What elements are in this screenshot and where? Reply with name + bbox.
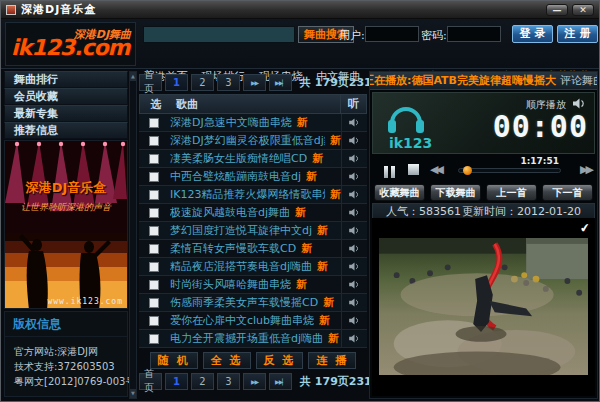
listen-button[interactable] <box>341 204 367 221</box>
song-title[interactable]: 爱你在心扉中文club舞曲串烧 <box>170 313 314 328</box>
select-all-button[interactable]: 全 选 <box>203 352 251 369</box>
song-title[interactable]: 极速旋风越鼓电音dj舞曲 <box>170 205 290 220</box>
page-first-button[interactable]: 首页 <box>139 373 162 390</box>
song-checkbox[interactable] <box>149 136 159 146</box>
stop-button[interactable] <box>408 164 419 175</box>
song-checkbox[interactable] <box>149 190 159 200</box>
login-button[interactable]: 登 录 <box>512 25 553 43</box>
register-button[interactable]: 注 册 <box>557 25 598 43</box>
page-first-button[interactable]: 首页 <box>139 74 162 91</box>
previous-button[interactable]: 上一首 <box>486 184 537 201</box>
listen-button[interactable] <box>341 276 367 293</box>
minimize-button[interactable]: — <box>546 4 568 16</box>
listen-button[interactable] <box>341 186 367 203</box>
progress-knob[interactable] <box>463 166 472 175</box>
favorite-button[interactable]: 收藏舞曲 <box>374 184 425 201</box>
listen-button[interactable] <box>341 150 367 167</box>
password-field[interactable] <box>447 26 501 42</box>
listen-button[interactable] <box>341 114 367 131</box>
page-1-button[interactable]: 1 <box>165 373 188 390</box>
listen-button[interactable] <box>341 222 367 239</box>
user-label: 用户: <box>339 28 365 43</box>
song-title[interactable]: 伤感雨季柔美女声车载慢摇CD <box>170 295 318 310</box>
song-checkbox[interactable] <box>149 154 159 164</box>
speaker-icon <box>349 118 360 127</box>
page-3-button[interactable]: 3 <box>217 373 240 390</box>
listen-button[interactable] <box>341 312 367 329</box>
close-button[interactable]: ✕ <box>572 4 594 16</box>
sidebar-item-1[interactable]: 舞曲排行 <box>4 71 128 88</box>
song-checkbox[interactable] <box>149 280 159 290</box>
download-button[interactable]: 下载舞曲 <box>430 184 481 201</box>
search-input[interactable] <box>143 26 295 43</box>
listen-button[interactable] <box>341 330 367 347</box>
listen-button[interactable] <box>341 294 367 311</box>
new-badge: 新 <box>312 151 323 166</box>
new-badge: 新 <box>323 295 334 310</box>
song-title[interactable]: 梦幻国度打造悦耳旋律中文dj <box>170 223 312 238</box>
sidebar-item-3[interactable]: 最新专集 <box>4 105 128 122</box>
song-checkbox[interactable] <box>149 172 159 182</box>
song-title[interactable]: 电力全开震撼开场重低音dj嗨曲 <box>170 331 323 346</box>
listen-button[interactable] <box>341 258 367 275</box>
speaker-icon <box>349 280 360 289</box>
play-all-button[interactable]: 连 播 <box>308 352 356 369</box>
now-playing-suffix[interactable]: 评论舞曲 <box>560 73 597 88</box>
song-checkbox[interactable] <box>149 262 159 272</box>
list-actions: 随 机全 选反 选连 播 <box>139 350 367 370</box>
progress-slider[interactable] <box>458 168 561 173</box>
volume-icon[interactable] <box>573 98 586 109</box>
song-title[interactable]: 深港DJ急速中文嗨曲串烧 <box>170 115 292 130</box>
listen-button[interactable] <box>341 132 367 149</box>
sidebar-scrollbar[interactable]: ▲ ▼ <box>129 71 137 399</box>
popularity-value: 583561 <box>419 205 461 218</box>
listen-button[interactable] <box>341 168 367 185</box>
username-field[interactable] <box>365 26 419 42</box>
song-title[interactable]: 精品夜店混搭节奏电音dj嗨曲 <box>170 259 312 274</box>
page-1-button[interactable]: 1 <box>165 74 188 91</box>
sidebar-item-2[interactable]: 会员收藏 <box>4 88 128 105</box>
column-listen: 听 <box>340 95 366 113</box>
sidebar-item-4[interactable]: 推荐信息 <box>4 122 128 139</box>
song-checkbox[interactable] <box>149 226 159 236</box>
next-button[interactable]: 下一首 <box>542 184 593 201</box>
song-checkbox[interactable] <box>149 334 159 344</box>
pause-button[interactable] <box>384 163 398 182</box>
song-checkbox[interactable] <box>149 208 159 218</box>
new-badge: 新 <box>317 223 328 238</box>
page-2-button[interactable]: 2 <box>191 74 214 91</box>
shuffle-button[interactable]: 随 机 <box>150 352 198 369</box>
page-next-button[interactable]: ▶▶ <box>243 373 266 390</box>
song-checkbox[interactable] <box>149 298 159 308</box>
table-row: 伤感雨季柔美女声车载慢摇CD新 <box>139 294 367 312</box>
speaker-icon <box>349 334 360 343</box>
page-next-button[interactable]: ▶▶ <box>243 74 266 91</box>
listen-button[interactable] <box>341 240 367 257</box>
new-badge: 新 <box>319 313 330 328</box>
page-2-button[interactable]: 2 <box>191 373 214 390</box>
song-title[interactable]: 柔情百转女声慢歌车载CD <box>170 241 296 256</box>
copyright-line-1: 官方网站:深港DJ网 <box>14 344 127 359</box>
song-checkbox[interactable] <box>149 118 159 128</box>
speaker-icon <box>349 136 360 145</box>
song-title[interactable]: 中西合璧炫酷蹦南鼓电音dj <box>170 169 301 184</box>
forward-button[interactable]: ▶▶ <box>580 163 591 176</box>
song-checkbox[interactable] <box>149 244 159 254</box>
page-3-button[interactable]: 3 <box>217 74 240 91</box>
song-title[interactable]: 深港DJ梦幻幽灵谷极限重低音dj舞曲 <box>170 133 325 148</box>
page-last-button[interactable]: ▶▶▏ <box>269 74 292 91</box>
scroll-down-icon[interactable]: ▼ <box>130 389 136 398</box>
song-title[interactable]: 时尚街头风嘻哈舞曲串烧 <box>170 277 291 292</box>
page-last-button[interactable]: ▶▶▏ <box>269 373 292 390</box>
invert-select-button[interactable]: 反 选 <box>256 352 304 369</box>
song-checkbox[interactable] <box>149 316 159 326</box>
promo-banner[interactable]: 深港DJ音乐盒 让世界聆听深港的声音 www.ik123.com <box>4 140 128 309</box>
rewind-button[interactable]: ◀◀ <box>430 163 441 176</box>
song-title[interactable]: IK123精品推荐火爆网络情歌串烧 <box>170 187 325 202</box>
password-label: 密码: <box>421 28 447 43</box>
scroll-up-icon[interactable]: ▲ <box>130 72 136 81</box>
promo-image <box>5 141 127 309</box>
table-row: IK123精品推荐火爆网络情歌串烧新 <box>139 186 367 204</box>
video-frame[interactable] <box>379 238 588 375</box>
song-title[interactable]: 凄美柔肠女生版痴情绝唱CD <box>170 151 307 166</box>
